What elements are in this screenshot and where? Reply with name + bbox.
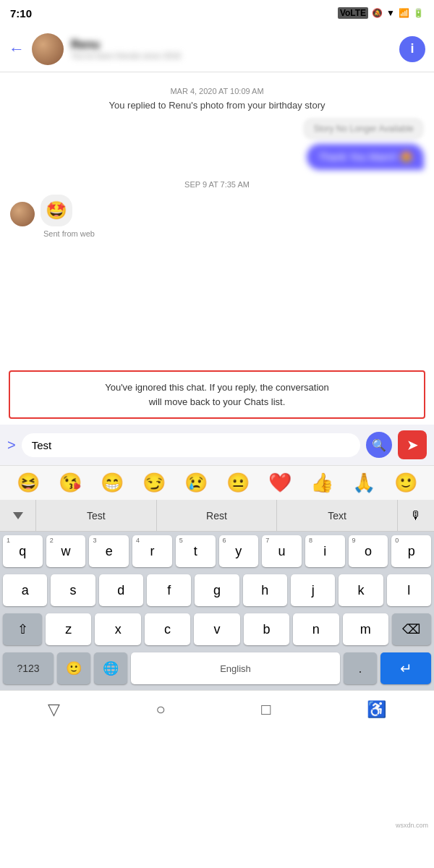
key-p[interactable]: 0 p (391, 535, 431, 567)
emoji-smirk[interactable]: 😏 (142, 472, 166, 494)
key-g[interactable]: g (195, 574, 239, 606)
num-sym-key[interactable]: ?123 (3, 652, 54, 684)
sender-avatar (10, 202, 35, 226)
key-l[interactable]: l (387, 574, 431, 606)
incoming-message-group: 🤩 (10, 195, 424, 226)
message-input-row: > 🔍 ➤ (0, 425, 434, 465)
recents-nav-icon[interactable]: □ (261, 700, 271, 719)
period-key[interactable]: . (344, 652, 377, 684)
backspace-key[interactable]: ⌫ (392, 613, 431, 645)
suggestion-row: Test Rest Text 🎙 (0, 500, 434, 532)
key-h[interactable]: h (243, 574, 287, 606)
key-t[interactable]: 5 t (176, 535, 216, 567)
signal-icon: 📶 (399, 8, 409, 18)
key-f[interactable]: f (147, 574, 191, 606)
key-y[interactable]: 6 y (219, 535, 259, 567)
status-icons: VoLTE 🔕 ▼ 📶 🔋 (338, 7, 424, 19)
key-b[interactable]: b (244, 613, 289, 645)
mic-button[interactable]: 🎙 (398, 500, 434, 532)
keyboard-bottom-row: ?123 🙂 🌐 English . ↵ (0, 649, 434, 690)
suggestion-text[interactable]: Text (277, 500, 398, 531)
expand-button[interactable]: > (7, 437, 16, 454)
keyboard-row-3: ⇧ z x c v b n m ⌫ (0, 610, 434, 649)
date-label-1: MAR 4, 2020 AT 10:09 AM (10, 87, 424, 95)
chat-area: MAR 4, 2020 AT 10:09 AM You replied to R… (0, 72, 434, 362)
key-k[interactable]: k (339, 574, 383, 606)
reply-label: You replied to Renu's photo from your bi… (10, 100, 424, 111)
emoji-thumbsup[interactable]: 👍 (310, 472, 333, 494)
emoji-smile[interactable]: 🙂 (394, 472, 417, 494)
key-m[interactable]: m (343, 613, 388, 645)
key-x[interactable]: x (95, 613, 140, 645)
keyboard-row-1: 1 q 2 w 3 e 4 r 5 t 6 y 7 u 8 i (0, 532, 434, 571)
emoji-laughing[interactable]: 😆 (17, 472, 40, 494)
enter-key[interactable]: ↵ (380, 652, 431, 684)
emoji-neutral[interactable]: 😐 (226, 472, 250, 494)
key-n[interactable]: n (293, 613, 339, 645)
emoji-key[interactable]: 🙂 (57, 652, 90, 684)
watermark: wsxdn.com (396, 822, 428, 829)
home-nav-icon[interactable]: ○ (156, 700, 166, 719)
accessibility-nav-icon[interactable]: ♿ (367, 700, 386, 719)
key-e[interactable]: 3 e (89, 535, 129, 567)
key-w[interactable]: 2 w (46, 535, 86, 567)
emoji-cry[interactable]: 😢 (184, 472, 208, 494)
back-button[interactable]: ← (9, 40, 25, 59)
key-q[interactable]: 1 q (3, 535, 43, 567)
wifi-icon: ▼ (386, 8, 395, 18)
suggestion-rest[interactable]: Rest (157, 500, 278, 531)
key-a[interactable]: a (3, 574, 47, 606)
emoji-heart[interactable]: ❤️ (268, 472, 292, 494)
volte-badge: VoLTE (338, 7, 368, 19)
outgoing-bubble: Thank You Mam!! 🤩 (307, 144, 424, 170)
story-unavailable: Story No Longer Available (303, 118, 424, 140)
ignored-notice: You've ignored this chat. If you reply, … (9, 370, 425, 419)
emoji-pray[interactable]: 🙏 (352, 472, 375, 494)
key-z[interactable]: z (46, 613, 91, 645)
emoji-kissy[interactable]: 😘 (59, 472, 82, 494)
nav-bar: ▽ ○ □ ♿ (0, 690, 434, 728)
chevron-down-icon (13, 512, 23, 519)
key-j[interactable]: j (291, 574, 335, 606)
status-bar: 7:10 VoLTE 🔕 ▼ 📶 🔋 (0, 0, 434, 26)
emoji-message: 🤩 (41, 195, 72, 226)
key-o[interactable]: 9 o (349, 535, 388, 567)
emoji-row: 😆 😘 😁 😏 😢 😐 ❤️ 👍 🙏 🙂 (0, 465, 434, 500)
date-label-2: SEP 9 AT 7:35 AM (10, 180, 424, 189)
battery-icon: 🔋 (413, 8, 424, 18)
sent-from-web: Sent from web (43, 229, 424, 238)
key-i[interactable]: 8 i (305, 535, 345, 567)
shift-key[interactable]: ⇧ (3, 613, 42, 645)
suggestion-test[interactable]: Test (36, 500, 157, 531)
key-s[interactable]: s (51, 574, 95, 606)
bell-icon: 🔕 (372, 8, 383, 18)
avatar (32, 33, 64, 65)
key-r[interactable]: 4 r (132, 535, 172, 567)
chat-header: ← Renu You've been friends since 2016 i (0, 26, 434, 72)
key-v[interactable]: v (194, 613, 239, 645)
message-input[interactable] (22, 433, 360, 457)
emoji-grin[interactable]: 😁 (101, 472, 124, 494)
status-time: 7:10 (10, 7, 32, 20)
suggestion-expand[interactable] (0, 500, 36, 532)
search-button[interactable]: 🔍 (366, 432, 392, 458)
space-key[interactable]: English (131, 652, 340, 684)
keyboard: Test Rest Text 🎙 1 q 2 w 3 e 4 r 5 t 6 y (0, 500, 434, 690)
back-nav-icon[interactable]: ▽ (48, 700, 60, 719)
contact-sub: You've been friends since 2016 (71, 51, 399, 60)
outgoing-message-group: Story No Longer Available Thank You Mam!… (10, 118, 424, 170)
contact-name: Renu (71, 38, 399, 51)
keyboard-row-2: a s d f g h j k l (0, 571, 434, 610)
globe-key[interactable]: 🌐 (94, 652, 127, 684)
key-c[interactable]: c (145, 613, 190, 645)
send-button[interactable]: ➤ (398, 430, 427, 459)
key-d[interactable]: d (99, 574, 143, 606)
info-button[interactable]: i (399, 36, 425, 62)
key-u[interactable]: 7 u (262, 535, 302, 567)
header-info: Renu You've been friends since 2016 (71, 38, 399, 60)
